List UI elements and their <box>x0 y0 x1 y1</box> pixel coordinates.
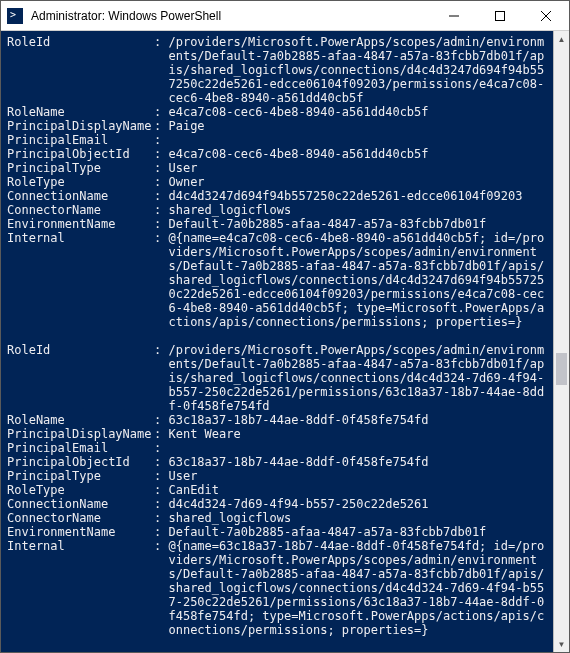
property-value: Paige <box>168 119 551 133</box>
property-name: PrincipalEmail <box>7 441 154 455</box>
property-name: ConnectionName <box>7 497 154 511</box>
close-button[interactable] <box>523 1 569 30</box>
property-separator: : <box>154 147 168 161</box>
property-name: ConnectorName <box>7 203 154 217</box>
property-line: ConnectorName : shared_logicflows <box>7 511 551 525</box>
property-separator: : <box>154 133 168 147</box>
property-name: Internal <box>7 539 154 637</box>
property-value: Owner <box>168 175 551 189</box>
property-line: PrincipalEmail : <box>7 441 551 455</box>
console-area: RoleId : /providers/Microsoft.PowerApps/… <box>1 31 569 652</box>
property-line: Internal : @{name=e4ca7c08-cec6-4be8-894… <box>7 231 551 329</box>
property-value: 63c18a37-18b7-44ae-8ddf-0f458fe754fd <box>168 413 551 427</box>
window-title: Administrator: Windows PowerShell <box>29 9 431 23</box>
powershell-icon <box>7 8 23 24</box>
property-separator: : <box>154 343 168 413</box>
property-separator: : <box>154 161 168 175</box>
property-line: PrincipalObjectId : 63c18a37-18b7-44ae-8… <box>7 455 551 469</box>
property-name: RoleName <box>7 105 154 119</box>
property-value: e4ca7c08-cec6-4be8-8940-a561dd40cb5f <box>168 147 551 161</box>
property-separator: : <box>154 511 168 525</box>
property-value: @{name=e4ca7c08-cec6-4be8-8940-a561dd40c… <box>168 231 551 329</box>
property-line: PrincipalEmail : <box>7 133 551 147</box>
property-value: shared_logicflows <box>168 511 551 525</box>
property-name: PrincipalType <box>7 469 154 483</box>
scroll-down-button[interactable]: ▼ <box>554 636 569 652</box>
property-line: RoleName : e4ca7c08-cec6-4be8-8940-a561d… <box>7 105 551 119</box>
property-line: PrincipalType : User <box>7 161 551 175</box>
property-value: User <box>168 469 551 483</box>
property-name: PrincipalType <box>7 161 154 175</box>
property-name: RoleId <box>7 343 154 413</box>
maximize-button[interactable] <box>477 1 523 30</box>
property-value: CanEdit <box>168 483 551 497</box>
property-line: RoleType : CanEdit <box>7 483 551 497</box>
property-value: 63c18a37-18b7-44ae-8ddf-0f458fe754fd <box>168 455 551 469</box>
property-name: EnvironmentName <box>7 217 154 231</box>
property-line: ConnectionName : d4c4d324-7d69-4f94-b557… <box>7 497 551 511</box>
property-value: @{name=63c18a37-18b7-44ae-8ddf-0f458fe75… <box>168 539 551 637</box>
property-value: shared_logicflows <box>168 203 551 217</box>
property-line: ConnectorName : shared_logicflows <box>7 203 551 217</box>
vertical-scrollbar[interactable]: ▲ ▼ <box>553 31 569 652</box>
property-separator: : <box>154 231 168 329</box>
output-record: RoleId : /providers/Microsoft.PowerApps/… <box>7 35 551 329</box>
console-output[interactable]: RoleId : /providers/Microsoft.PowerApps/… <box>1 31 553 652</box>
property-value: Default-7a0b2885-afaa-4847-a57a-83fcbb7d… <box>168 525 551 539</box>
property-value: Kent Weare <box>168 427 551 441</box>
property-separator: : <box>154 539 168 637</box>
property-name: PrincipalObjectId <box>7 147 154 161</box>
property-line: RoleName : 63c18a37-18b7-44ae-8ddf-0f458… <box>7 413 551 427</box>
svg-rect-1 <box>496 11 505 20</box>
property-line: ConnectionName : d4c4d3247d694f94b557250… <box>7 189 551 203</box>
property-line: EnvironmentName : Default-7a0b2885-afaa-… <box>7 525 551 539</box>
property-name: ConnectorName <box>7 511 154 525</box>
property-separator: : <box>154 427 168 441</box>
scroll-up-button[interactable]: ▲ <box>554 31 569 47</box>
property-line: PrincipalType : User <box>7 469 551 483</box>
property-name: RoleType <box>7 483 154 497</box>
property-line: PrincipalDisplayName: Kent Weare <box>7 427 551 441</box>
property-separator: : <box>154 413 168 427</box>
property-separator: : <box>154 497 168 511</box>
scrollbar-track[interactable] <box>554 47 569 636</box>
property-separator: : <box>154 441 168 455</box>
property-separator: : <box>154 175 168 189</box>
property-name: PrincipalObjectId <box>7 455 154 469</box>
property-value: d4c4d3247d694f94b557250c22de5261-edcce06… <box>168 189 551 203</box>
property-separator: : <box>154 35 168 105</box>
property-name: RoleType <box>7 175 154 189</box>
property-value: /providers/Microsoft.PowerApps/scopes/ad… <box>168 35 551 105</box>
property-name: Internal <box>7 231 154 329</box>
minimize-button[interactable] <box>431 1 477 30</box>
property-name: PrincipalDisplayName <box>7 427 154 441</box>
property-separator: : <box>154 105 168 119</box>
property-line: PrincipalDisplayName: Paige <box>7 119 551 133</box>
window-controls <box>431 1 569 30</box>
powershell-window: Administrator: Windows PowerShell RoleId… <box>0 0 570 653</box>
property-name: RoleId <box>7 35 154 105</box>
property-line: EnvironmentName : Default-7a0b2885-afaa-… <box>7 217 551 231</box>
property-separator: : <box>154 483 168 497</box>
property-name: RoleName <box>7 413 154 427</box>
property-separator: : <box>154 203 168 217</box>
property-separator: : <box>154 189 168 203</box>
property-separator: : <box>154 119 168 133</box>
property-value <box>168 133 551 147</box>
property-value: e4ca7c08-cec6-4be8-8940-a561dd40cb5f <box>168 105 551 119</box>
scrollbar-thumb[interactable] <box>556 353 567 385</box>
property-separator: : <box>154 469 168 483</box>
property-line: RoleType : Owner <box>7 175 551 189</box>
titlebar[interactable]: Administrator: Windows PowerShell <box>1 1 569 31</box>
property-line: Internal : @{name=63c18a37-18b7-44ae-8dd… <box>7 539 551 637</box>
property-name: PrincipalDisplayName <box>7 119 154 133</box>
property-value <box>168 441 551 455</box>
property-value: User <box>168 161 551 175</box>
property-separator: : <box>154 217 168 231</box>
property-value: /providers/Microsoft.PowerApps/scopes/ad… <box>168 343 551 413</box>
property-value: d4c4d324-7d69-4f94-b557-250c22de5261 <box>168 497 551 511</box>
property-separator: : <box>154 455 168 469</box>
property-name: EnvironmentName <box>7 525 154 539</box>
output-record: RoleId : /providers/Microsoft.PowerApps/… <box>7 343 551 637</box>
property-line: PrincipalObjectId : e4ca7c08-cec6-4be8-8… <box>7 147 551 161</box>
